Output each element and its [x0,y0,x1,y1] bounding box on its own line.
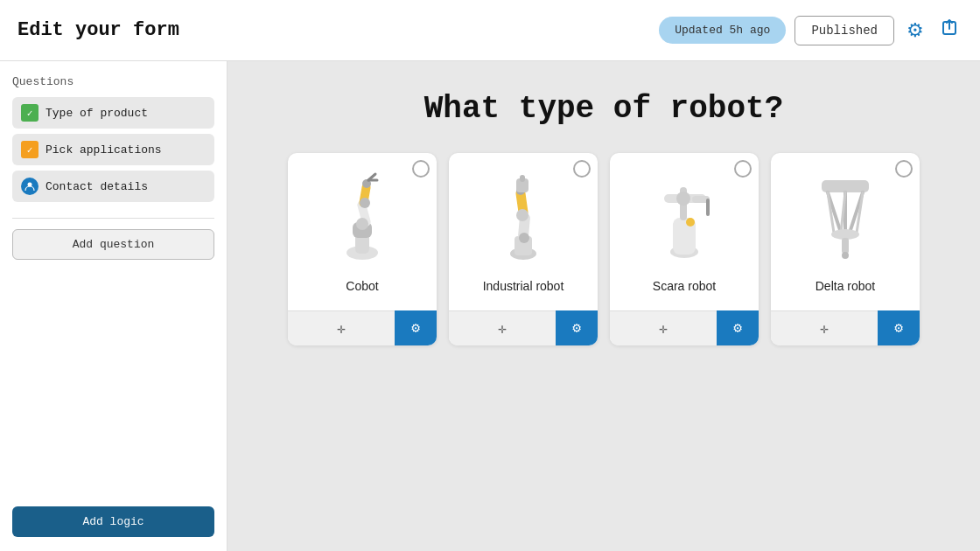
svg-point-7 [356,218,368,230]
published-button[interactable]: Published [794,16,894,45]
svg-point-16 [519,233,529,243]
scara-robot-label: Scara robot [653,279,716,302]
scara-robot-settings-button[interactable]: ⚙ [717,310,759,345]
form-preview-area: What type of robot? [228,61,980,551]
option-card-industrial-robot[interactable]: Industrial robot ✛ ⚙ [449,153,598,345]
add-question-button[interactable]: Add question [12,229,214,260]
scara-robot-footer: ✛ ⚙ [610,310,759,345]
cobot-image [310,165,415,270]
scara-robot-card-body: Scara robot [610,153,759,310]
svg-rect-20 [520,175,525,182]
svg-point-8 [360,198,370,208]
industrial-robot-image [471,165,576,270]
form-preview: What type of robot? [262,82,945,372]
industrial-robot-card-body: Industrial robot [449,153,598,310]
contact-details-icon [21,178,38,195]
delta-robot-image [793,165,898,270]
option-card-scara-robot[interactable]: Scara robot ✛ ⚙ [610,153,759,345]
scara-robot-move-button[interactable]: ✛ [610,310,717,345]
industrial-robot-footer: ✛ ⚙ [449,310,598,345]
delta-robot-card-body: Delta robot [771,153,920,310]
svg-point-38 [842,252,849,259]
option-card-delta-robot[interactable]: Delta robot ✛ ⚙ [771,153,920,345]
robot-options-row: Cobot ✛ ⚙ [262,153,945,345]
svg-point-28 [686,218,695,227]
cobot-footer: ✛ ⚙ [288,310,437,345]
industrial-robot-label: Industrial robot [483,279,564,302]
cobot-label: Cobot [346,279,378,302]
sidebar: Questions ✓ Type of product ✓ Pick appli… [0,61,228,551]
sidebar-divider [12,218,214,219]
industrial-robot-move-button[interactable]: ✛ [449,310,556,345]
cobot-card-body: Cobot [288,153,437,310]
pick-applications-label: Pick applications [46,143,162,157]
scara-robot-radio[interactable] [734,160,752,178]
header: Edit your form Updated 5h ago Published … [0,0,980,61]
option-card-cobot[interactable]: Cobot ✛ ⚙ [288,153,437,345]
updated-badge: Updated 5h ago [659,17,786,44]
share-icon-button[interactable] [936,15,962,46]
sidebar-item-type-of-product[interactable]: ✓ Type of product [12,97,214,129]
sidebar-item-pick-applications[interactable]: ✓ Pick applications [12,134,214,165]
header-actions: Updated 5h ago Published ⚙ [659,15,962,46]
svg-rect-37 [842,238,849,254]
svg-rect-27 [706,199,710,216]
industrial-robot-radio[interactable] [573,160,591,178]
page-title: Edit your form [18,19,659,41]
sidebar-spacer [12,267,214,506]
form-question-title: What type of robot? [262,91,945,127]
main-layout: Questions ✓ Type of product ✓ Pick appli… [0,61,980,551]
questions-label: Questions [12,75,214,88]
delta-robot-label: Delta robot [816,279,875,302]
sidebar-item-contact-details[interactable]: Contact details [12,171,214,202]
gear-icon: ⚙ [906,19,924,41]
share-icon [940,20,959,42]
industrial-robot-settings-button[interactable]: ⚙ [556,310,598,345]
contact-details-label: Contact details [46,180,148,193]
type-of-product-icon: ✓ [21,104,38,122]
svg-point-25 [676,192,690,206]
delta-robot-radio[interactable] [895,160,913,178]
type-of-product-label: Type of product [46,107,148,120]
add-logic-button[interactable]: Add logic [12,506,214,537]
svg-point-17 [516,209,528,221]
scara-robot-image [632,165,737,270]
delta-robot-move-button[interactable]: ✛ [771,310,878,345]
svg-rect-29 [822,180,869,192]
cobot-settings-button[interactable]: ⚙ [395,310,437,345]
pick-applications-icon: ✓ [21,141,38,158]
delta-robot-footer: ✛ ⚙ [771,310,920,345]
settings-icon-button[interactable]: ⚙ [903,16,928,45]
cobot-radio[interactable] [412,160,430,178]
cobot-move-button[interactable]: ✛ [288,310,395,345]
delta-robot-settings-button[interactable]: ⚙ [878,310,920,345]
